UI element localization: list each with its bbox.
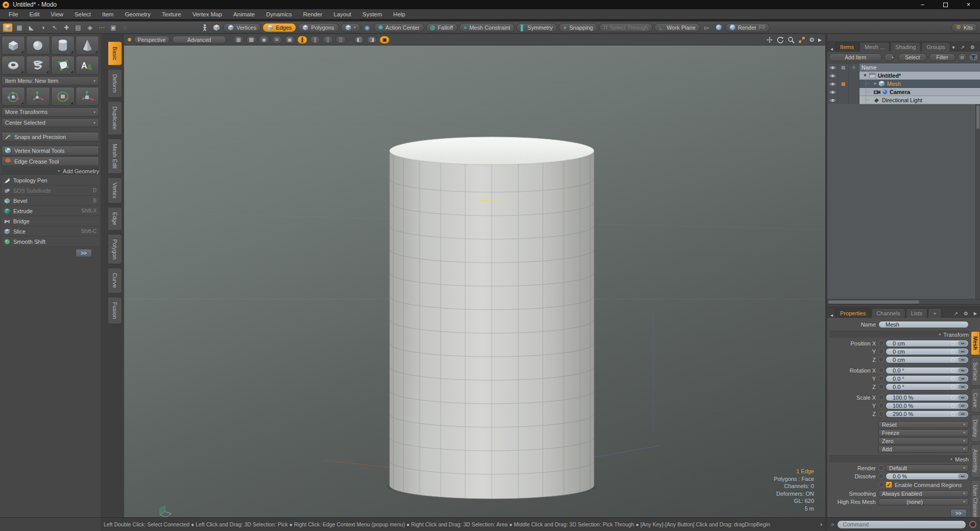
paint-selection-icon[interactable]: ◉ <box>362 23 372 32</box>
lasso-tool-icon[interactable]: ◣ <box>26 23 36 32</box>
mini-state-icon[interactable] <box>951 368 955 373</box>
figure-ghost-icon[interactable] <box>310 36 320 44</box>
channel-state-radio[interactable] <box>878 482 884 488</box>
preview-sphere-icon[interactable] <box>713 23 724 32</box>
tab-vertex[interactable]: Vertex <box>108 177 122 203</box>
properties-more-button[interactable]: >> <box>950 509 967 517</box>
workplane-toggle-icon[interactable]: ▣ <box>284 36 295 44</box>
command-input[interactable] <box>837 520 966 529</box>
capsule-display-icon[interactable]: ▯ <box>323 36 333 44</box>
polygons-mode-button[interactable]: Polygons <box>298 23 339 32</box>
add-item-button[interactable]: Add Item <box>829 53 882 61</box>
menu-animate[interactable]: Animate <box>228 10 260 18</box>
scene-canvas[interactable]: 1 Edge Polygons : Face Channels: 0 Defor… <box>124 45 825 517</box>
lock-cell[interactable] <box>849 72 859 80</box>
work-plane-button[interactable]: ∟ Work Plane <box>654 23 700 32</box>
item-row-scene[interactable]: ▼ Untitled* <box>827 72 980 80</box>
bevel-tool[interactable]: Bevel B <box>2 196 99 206</box>
figure-visibility-icon[interactable] <box>297 36 307 44</box>
tab-groups[interactable]: Groups <box>921 42 950 52</box>
sidebar-more-button[interactable]: >> <box>76 249 92 257</box>
close-button[interactable]: × <box>957 0 980 9</box>
render-button[interactable]: Render F9 <box>725 23 770 32</box>
tab-items[interactable]: Items <box>835 42 859 52</box>
sphere-primitive-button[interactable] <box>26 36 50 55</box>
freeze-dropdown[interactable]: Freeze▾ <box>878 429 969 436</box>
add-dropdown[interactable]: Add▾ <box>878 446 969 453</box>
tab-edge[interactable]: Edge <box>108 207 122 230</box>
tab-add[interactable]: + <box>928 308 941 318</box>
panel-expand-icon[interactable]: ↗ <box>952 311 959 316</box>
smooth-shift-tool[interactable]: Smooth Shift <box>2 237 99 247</box>
extrude-tool[interactable]: Extrude Shift-X <box>2 206 99 216</box>
items-vertical-scrollbar[interactable] <box>975 104 980 299</box>
symmetry-button[interactable]: ▌ Symmetry <box>516 23 557 32</box>
visibility-eye-toggle[interactable] <box>827 96 838 104</box>
lock-cell[interactable] <box>849 96 859 104</box>
visibility-eye-toggle[interactable] <box>827 80 838 88</box>
channel-state-radio[interactable] <box>878 384 884 389</box>
channel-state-radio[interactable] <box>878 395 884 400</box>
value-spinner[interactable]: ◂▸ <box>958 368 968 373</box>
tree-expand-icon[interactable]: ▼ <box>863 73 867 78</box>
move-tool-button[interactable] <box>26 87 50 106</box>
scale-tool-button[interactable] <box>76 87 99 106</box>
scale-x-input[interactable]: 100.0 %◂▸ <box>886 394 969 401</box>
scrollbar-thumb[interactable] <box>976 105 979 129</box>
panel-arrow-icon[interactable]: ▶ <box>972 311 978 316</box>
topology-pen-tool[interactable]: Topology Pen <box>2 175 99 186</box>
macro-record-icon[interactable] <box>969 521 976 528</box>
vertex-normal-tools-button[interactable]: Vertex Normal Tools <box>2 146 99 155</box>
viewport-settings-gear-icon[interactable]: ⚙ <box>809 36 815 43</box>
vertices-mode-button[interactable]: Vertices <box>223 23 261 32</box>
maximize-viewport-icon[interactable] <box>798 36 805 43</box>
menu-texture[interactable]: Texture <box>156 10 187 18</box>
snaps-and-precision-button[interactable]: Snaps and Precision <box>2 132 99 142</box>
orbit-icon[interactable] <box>777 36 784 43</box>
kits-button[interactable]: ⚙ Kits <box>951 23 977 32</box>
viewport-3d[interactable]: Perspective Advanced ▦ ▩ ◉ ≋ ▣ ▯ ▯ ◧ ◨ ▣… <box>124 34 825 517</box>
panel-collapse-icon[interactable]: ◂ <box>829 312 834 318</box>
capsule-pair-display-icon[interactable]: ▯ <box>336 36 346 44</box>
value-spinner[interactable]: ◂▸ <box>958 403 968 408</box>
menu-vertex-map[interactable]: Vertex Map <box>187 10 228 18</box>
shading-mode-dropdown[interactable]: Advanced <box>172 36 226 43</box>
cylinder-primitive-button[interactable] <box>51 36 75 55</box>
render-toggle-cell[interactable] <box>838 72 849 80</box>
select-button[interactable]: Select <box>898 53 927 61</box>
mesh-constraint-button[interactable]: ≈ Mesh Constraint <box>459 23 515 32</box>
transform-section-header[interactable]: ▾ Transform <box>829 331 969 338</box>
mini-state-icon[interactable] <box>951 412 955 416</box>
wireframe-view-icon[interactable]: ≋ <box>272 36 282 44</box>
view-mode-dropdown[interactable]: Perspective <box>134 36 170 43</box>
item-name-cell[interactable]: ▼ Untitled* <box>859 72 980 80</box>
grid-tool-icon[interactable]: ▦ <box>14 23 25 32</box>
falloff-button[interactable]: ◎ Falloff <box>426 23 458 32</box>
smoothing-dropdown[interactable]: Always Enabled▾ <box>878 490 969 497</box>
channel-state-radio[interactable] <box>878 367 884 373</box>
stamp-tool-icon[interactable]: ▤ <box>73 23 83 32</box>
cone-primitive-button[interactable] <box>76 36 99 55</box>
lock-cell[interactable] <box>849 88 859 96</box>
torus-primitive-button[interactable] <box>2 56 25 75</box>
menu-help[interactable]: Help <box>388 10 411 18</box>
channel-state-radio[interactable] <box>878 403 884 408</box>
channel-state-radio[interactable] <box>878 411 884 417</box>
items-selection-mode-button[interactable] <box>200 23 210 32</box>
menu-edit[interactable]: Edit <box>24 10 45 18</box>
action-center-button[interactable]: ⊕ Action Center <box>374 23 424 32</box>
bridge-tool[interactable]: Bridge <box>2 216 99 226</box>
cursor-select-icon[interactable]: ▻ <box>702 23 712 32</box>
mini-state-icon[interactable] <box>951 404 955 408</box>
scale-z-input[interactable]: 290.0 %◂▸ <box>886 410 969 418</box>
side-tab-curve[interactable]: Curve <box>971 388 979 412</box>
channel-state-radio[interactable] <box>878 465 884 471</box>
maximize-button[interactable] <box>934 0 957 9</box>
menu-select[interactable]: Select <box>69 10 97 18</box>
enable-command-regions-checkbox[interactable]: ✓ <box>886 481 892 488</box>
tab-overflow-icon[interactable]: ▾ <box>951 44 957 50</box>
visibility-eye-toggle[interactable] <box>827 88 838 96</box>
menu-system[interactable]: System <box>357 10 388 18</box>
item-mode-cube-icon[interactable] <box>3 23 13 32</box>
edges-mode-button[interactable]: Edges <box>262 23 296 32</box>
